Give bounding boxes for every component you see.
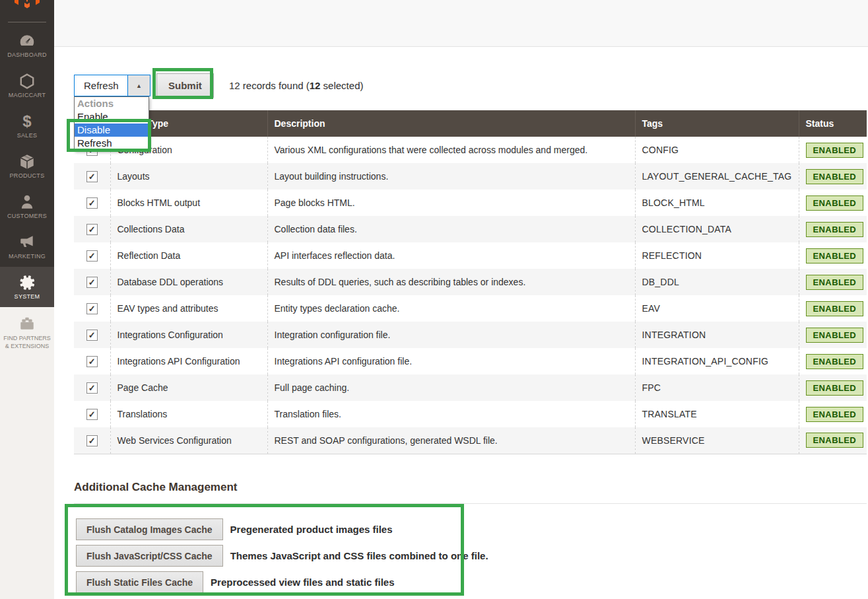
section-divider [74, 503, 867, 504]
status-badge: ENABLED [806, 222, 864, 237]
checkmark-icon: ✓ [88, 172, 96, 181]
person-icon [18, 194, 36, 211]
checkmark-icon: ✓ [88, 278, 96, 287]
description-cell: REST and SOAP configurations, generated … [267, 427, 635, 454]
hexagon-icon [18, 73, 36, 90]
megaphone-icon [18, 234, 36, 251]
cache-type-cell: Database DDL operations [110, 269, 267, 295]
cache-type-cell: Web Services Configuration [110, 427, 267, 454]
checkmark-icon: ✓ [88, 304, 96, 313]
submit-button[interactable]: Submit [156, 73, 214, 98]
sidebar-item-label: DASHBOARD [7, 52, 47, 59]
status-badge: ENABLED [806, 169, 864, 184]
cache-type-cell: Reflection Data [110, 242, 267, 269]
cache-management-page: DASHBOARD MAGICCART $ SALES PRODUCTS CUS… [0, 0, 868, 599]
table-row: ✓ EAV types and attributes Entity types … [74, 295, 867, 322]
cache-type-cell: Integrations API Configuration [110, 348, 267, 374]
cache-type-cell: Page Cache [110, 374, 267, 401]
tags-cell: CONFIG [635, 137, 799, 163]
description-cell: Translation files. [267, 401, 635, 427]
sidebar-item-products[interactable]: PRODUCTS [0, 146, 54, 186]
sidebar-item-find-partners[interactable]: FIND PARTNERS & EXTENSIONS [0, 315, 54, 350]
flush-action-description: Pregenerated product images files [230, 524, 393, 535]
checkmark-icon: ✓ [88, 225, 96, 234]
description-cell: Various XML configurations that were col… [267, 137, 635, 163]
status-badge: ENABLED [806, 275, 864, 290]
sidebar-item-customers[interactable]: CUSTOMERS [0, 186, 54, 227]
sidebar-item-dashboard[interactable]: DASHBOARD [0, 25, 54, 65]
row-checkbox[interactable]: ✓ [86, 277, 98, 288]
tags-cell: EAV [635, 295, 799, 322]
table-row: ✓ Integrations Configuration Integration… [74, 322, 867, 348]
sidebar-item-magiccart[interactable]: MAGICCART [0, 65, 54, 106]
table-row: ✓ Configuration Various XML configuratio… [74, 137, 867, 163]
row-checkbox[interactable]: ✓ [86, 330, 98, 341]
dropdown-option-refresh[interactable]: Refresh [75, 137, 149, 150]
cache-type-cell: EAV types and attributes [110, 295, 267, 322]
column-header-description: Description [267, 110, 635, 137]
column-header-tags: Tags [635, 110, 799, 137]
tags-cell: TRANSLATE [635, 401, 799, 427]
flush-action-row: Flush Catalog Images Cache Pregenerated … [76, 518, 488, 540]
sidebar-item-system[interactable]: SYSTEM [0, 267, 54, 307]
sidebar-item-sales[interactable]: $ SALES [0, 106, 54, 146]
dropdown-option-enable[interactable]: Enable [75, 110, 149, 123]
row-checkbox[interactable]: ✓ [86, 382, 98, 394]
cache-type-cell: Layouts [110, 163, 267, 190]
row-checkbox[interactable]: ✓ [86, 356, 98, 367]
tags-cell: REFLECTION [635, 242, 799, 269]
sidebar-item-marketing[interactable]: MARKETING [0, 227, 54, 267]
row-checkbox[interactable]: ✓ [86, 171, 98, 182]
checkmark-icon: ✓ [88, 331, 96, 339]
flush-action-description: Preprocessed view files and static files [211, 577, 394, 588]
tags-cell: LAYOUT_GENERAL_CACHE_TAG [635, 163, 799, 190]
status-badge: ENABLED [806, 301, 864, 316]
flush-catalog-images-cache-button[interactable]: Flush Catalog Images Cache [76, 518, 223, 540]
mass-action-select[interactable]: Refresh ▲ [74, 75, 150, 96]
brick-icon [18, 315, 36, 332]
checkmark-icon: ✓ [88, 252, 96, 260]
row-checkbox[interactable]: ✓ [86, 197, 98, 209]
flush-javascript-css-cache-button[interactable]: Flush JavaScript/CSS Cache [76, 545, 223, 567]
table-header-row: Cache Type Description Tags Status [74, 110, 867, 137]
tags-cell: WEBSERVICE [635, 427, 799, 454]
magento-logo-icon[interactable] [13, 0, 42, 11]
description-cell: Full page caching. [267, 374, 635, 401]
table-row: ✓ Translations Translation files. TRANSL… [74, 401, 867, 427]
dropdown-option-disable[interactable]: Disable [75, 123, 149, 137]
flush-static-files-cache-button[interactable]: Flush Static Files Cache [76, 571, 203, 593]
sidebar-item-label: FIND PARTNERS & EXTENSIONS [3, 334, 51, 350]
row-checkbox[interactable]: ✓ [86, 409, 98, 420]
admin-sidebar: DASHBOARD MAGICCART $ SALES PRODUCTS CUS… [0, 0, 54, 307]
tags-cell: DB_DDL [635, 269, 799, 295]
status-badge: ENABLED [806, 354, 864, 369]
table-row: ✓ Integrations API Configuration Integra… [74, 348, 867, 374]
status-badge: ENABLED [806, 248, 864, 264]
status-badge: ENABLED [806, 143, 864, 158]
mass-action-select-value: Refresh [75, 75, 127, 96]
checkmark-icon: ✓ [88, 437, 96, 445]
tags-cell: FPC [635, 374, 799, 401]
checkmark-icon: ✓ [88, 410, 96, 419]
table-row: ✓ Collections Data Collection data files… [74, 216, 867, 242]
sidebar-item-label: MAGICCART [9, 92, 46, 99]
table-row: ✓ Reflection Data API interfaces reflect… [74, 242, 867, 269]
table-row: ✓ Web Services Configuration REST and SO… [74, 427, 867, 454]
row-checkbox[interactable]: ✓ [86, 435, 98, 446]
additional-cache-actions: Flush Catalog Images Cache Pregenerated … [76, 518, 488, 598]
sidebar-item-label: SALES [17, 132, 38, 139]
tags-cell: INTEGRATION_API_CONFIG [635, 348, 799, 374]
description-cell: Integrations API configuration file. [267, 348, 635, 374]
cache-type-cell: Integrations Configuration [110, 322, 267, 348]
row-checkbox[interactable]: ✓ [86, 250, 98, 262]
table-row: ✓ Blocks HTML output Page blocks HTML. B… [74, 190, 867, 216]
chevron-up-icon[interactable]: ▲ [127, 75, 150, 96]
flush-action-row: Flush Static Files Cache Preprocessed vi… [76, 571, 488, 593]
row-checkbox[interactable]: ✓ [86, 224, 98, 235]
dropdown-option-actions: Actions [75, 97, 149, 110]
row-checkbox[interactable]: ✓ [86, 303, 98, 314]
status-badge: ENABLED [806, 433, 864, 448]
cache-grid: Cache Type Description Tags Status ✓ Con… [74, 110, 867, 454]
description-cell: Page blocks HTML. [267, 190, 635, 216]
status-badge: ENABLED [806, 407, 864, 422]
